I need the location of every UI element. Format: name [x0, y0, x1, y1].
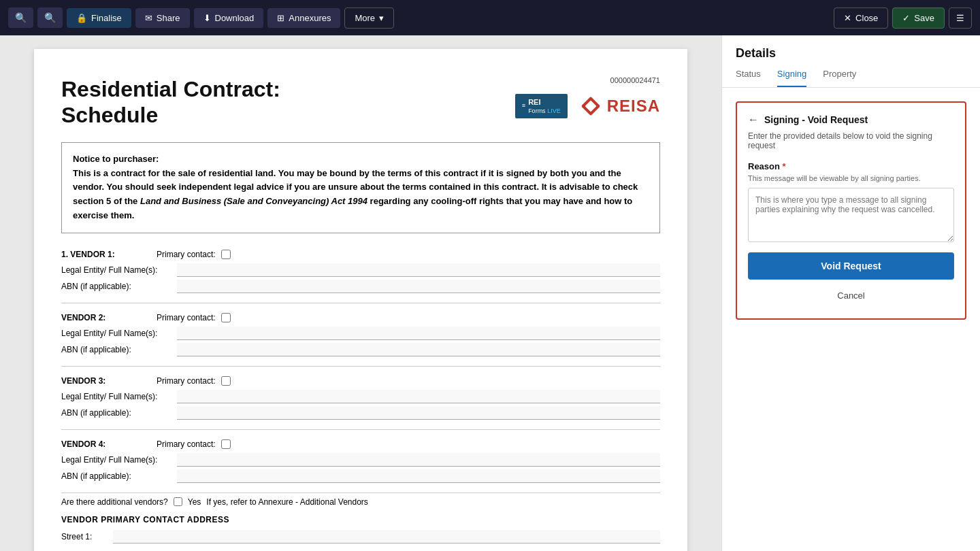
street-1-label: Street 1: — [61, 532, 109, 541]
vendor-3-primary-contact-checkbox[interactable] — [221, 376, 231, 386]
lock-icon: 🔒 — [76, 13, 87, 23]
vendor-2-label: VENDOR 2: — [61, 313, 143, 322]
tab-status[interactable]: Status — [736, 69, 761, 87]
vendor-4-header-row: VENDOR 4: Primary contact: — [61, 437, 660, 452]
toolbar: 🔍 🔍 🔒 Finalise ✉ Share ⬇ Download ⊞ Anne… — [0, 0, 980, 35]
check-icon: ✓ — [902, 13, 910, 23]
download-icon: ⬇ — [203, 13, 211, 23]
search-button-2[interactable]: 🔍 — [37, 7, 63, 28]
yes-label: Yes — [188, 497, 201, 507]
rei-forms-logo: ≡ REIForms LIVE — [515, 94, 568, 118]
cancel-button-panel[interactable]: Cancel — [748, 284, 954, 307]
tab-property[interactable]: Property — [823, 69, 856, 87]
annexure-label: If yes, refer to Annexure - Additional V… — [206, 497, 368, 507]
void-request-button[interactable]: Void Request — [748, 252, 954, 280]
panel-header: Details — [722, 35, 980, 61]
primary-contact-label-3: Primary contact: — [157, 376, 216, 386]
close-label: Close — [855, 13, 878, 23]
search-button-1[interactable]: 🔍 — [8, 7, 33, 28]
vendor-2-primary-contact-checkbox[interactable] — [221, 313, 231, 322]
more-button[interactable]: More ▾ — [344, 7, 394, 29]
finalise-button[interactable]: 🔒 Finalise — [67, 8, 131, 28]
primary-contact-label-1: Primary contact: — [157, 250, 216, 259]
vendor-1-label: 1. VENDOR 1: — [61, 250, 143, 259]
reason-textarea[interactable] — [748, 188, 954, 242]
primary-contact-label-4: Primary contact: — [157, 439, 216, 449]
share-icon: ✉ — [145, 13, 152, 23]
finalise-label: Finalise — [91, 13, 122, 23]
vendor-3-contact: Primary contact: — [157, 376, 231, 386]
save-label: Save — [914, 13, 934, 23]
vendor-2-abn-input[interactable] — [177, 343, 660, 356]
vendor-4-legal-entity-input[interactable] — [177, 453, 660, 467]
vendor-1-abn-input[interactable] — [177, 280, 660, 293]
additional-vendors-label: Are there additional vendors? — [61, 497, 168, 507]
annexures-button[interactable]: ⊞ Annexures — [267, 8, 340, 28]
abn-label-3: ABN (if applicable): — [61, 408, 177, 418]
vendor-4-primary-contact-checkbox[interactable] — [221, 439, 231, 449]
reason-hint: This message will be viewable by all sig… — [748, 174, 954, 182]
vendor-1-primary-contact-checkbox[interactable] — [221, 250, 231, 259]
panel-tabs: Status Signing Property — [722, 61, 980, 88]
vendor-1-header-row: 1. VENDOR 1: Primary contact: — [61, 247, 660, 262]
void-request-form: ← Signing - Void Request Enter the provi… — [736, 101, 966, 320]
vendor-3-legal-entity-input[interactable] — [177, 390, 660, 403]
reisa-logo: REISA — [578, 94, 660, 118]
vendor-1-legal-entity-row: Legal Entity/ Full Name(s): — [61, 262, 660, 278]
back-nav: ← Signing - Void Request — [748, 114, 954, 126]
list-button[interactable]: ☰ — [949, 7, 972, 29]
download-label: Download — [215, 13, 255, 23]
street-1-row: Street 1: — [61, 527, 660, 546]
panel-body: ← Signing - Void Request Enter the provi… — [722, 88, 980, 551]
vendor-3-abn-row: ABN (if applicable): — [61, 405, 660, 421]
reason-required-indicator: * — [783, 161, 786, 171]
additional-vendors-row: Are there additional vendors? Yes If yes… — [61, 492, 660, 511]
save-button[interactable]: ✓ Save — [892, 7, 945, 29]
tab-signing[interactable]: Signing — [777, 69, 806, 87]
vendor-4-abn-row: ABN (if applicable): — [61, 468, 660, 484]
document-area: Residential Contract: Schedule 000000024… — [0, 35, 721, 551]
vendor-4-legal-entity-row: Legal Entity/ Full Name(s): — [61, 452, 660, 468]
abn-label-1: ABN (if applicable): — [61, 282, 177, 291]
vendor-4-label: VENDOR 4: — [61, 439, 143, 449]
chevron-down-icon: ▾ — [379, 13, 384, 23]
legal-entity-label-1: Legal Entity/ Full Name(s): — [61, 265, 177, 275]
void-form-title: Signing - Void Request — [764, 114, 868, 125]
toolbar-right: ✕ Close ✓ Save ☰ — [834, 7, 972, 29]
doc-title: Residential Contract: Schedule — [61, 76, 280, 129]
vendor-2-legal-entity-input[interactable] — [177, 327, 660, 340]
vendor-section-2: VENDOR 2: Primary contact: Legal Entity/… — [61, 303, 660, 358]
primary-contact-label-2: Primary contact: — [157, 313, 216, 322]
vendor-4-abn-input[interactable] — [177, 469, 660, 483]
abn-label-2: ABN (if applicable): — [61, 345, 177, 354]
vendor-2-legal-entity-row: Legal Entity/ Full Name(s): — [61, 325, 660, 341]
vendor-2-abn-row: ABN (if applicable): — [61, 341, 660, 358]
notice-box: Notice to purchaser: This is a contract … — [61, 142, 660, 233]
document-page: Residential Contract: Schedule 000000024… — [34, 49, 687, 551]
close-button[interactable]: ✕ Close — [834, 7, 888, 29]
right-panel: Details Status Signing Property ← Signin… — [721, 35, 980, 551]
vendor-1-abn-row: ABN (if applicable): — [61, 278, 660, 295]
vendor-3-header-row: VENDOR 3: Primary contact: — [61, 373, 660, 388]
vendor-3-abn-input[interactable] — [177, 406, 660, 420]
street-1-input[interactable] — [113, 530, 660, 544]
vendor-3-label: VENDOR 3: — [61, 376, 143, 386]
doc-number: 000000024471 — [610, 76, 660, 84]
vendor-section-3: VENDOR 3: Primary contact: Legal Entity/… — [61, 366, 660, 421]
vendor-1-legal-entity-input[interactable] — [177, 263, 660, 277]
void-request-label: Void Request — [821, 261, 881, 271]
back-arrow-icon[interactable]: ← — [748, 114, 759, 126]
vendor-2-contact: Primary contact: — [157, 313, 231, 322]
reason-label: Reason * — [748, 161, 954, 171]
download-button[interactable]: ⬇ Download — [194, 8, 264, 28]
reisa-diamond-icon — [578, 94, 603, 118]
share-button[interactable]: ✉ Share — [135, 8, 190, 28]
vendor-3-legal-entity-row: Legal Entity/ Full Name(s): — [61, 388, 660, 405]
notice-body: This is a contract for the sale of resid… — [73, 168, 638, 220]
more-label: More — [355, 13, 375, 23]
reisa-text: REISA — [607, 97, 660, 116]
additional-vendors-checkbox[interactable] — [174, 497, 182, 506]
list-icon: ☰ — [956, 13, 964, 23]
vendor-section-1: 1. VENDOR 1: Primary contact: Legal Enti… — [61, 247, 660, 295]
cancel-label: Cancel — [837, 290, 864, 301]
